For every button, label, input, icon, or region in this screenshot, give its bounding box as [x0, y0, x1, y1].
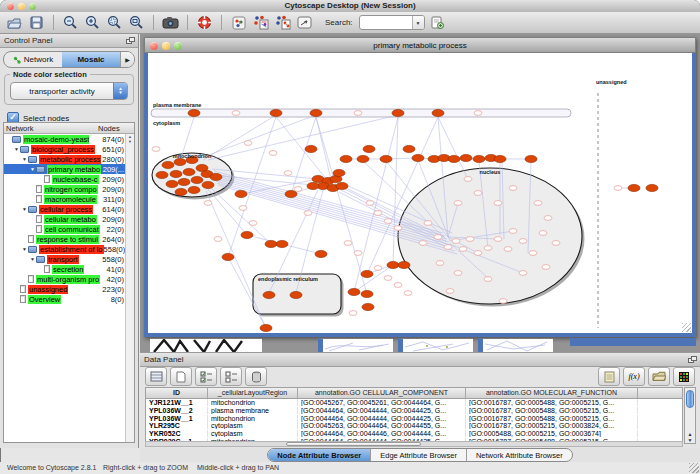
- network-node-small[interactable]: [452, 239, 460, 244]
- network-edge[interactable]: [393, 117, 398, 265]
- network-edge[interactable]: [182, 117, 194, 155]
- network-node-small[interactable]: [249, 221, 257, 226]
- search-input[interactable]: [360, 16, 412, 29]
- search-dropdown-arrow-icon[interactable]: ▼: [412, 16, 424, 29]
- tree-row[interactable]: Overview8(0): [4, 294, 126, 304]
- tree-row[interactable]: ▼establishment of lo558(0): [4, 244, 126, 254]
- table-row[interactable]: YKR052Ccytoplasm[GO:0044464, GO:0044446,…: [146, 430, 682, 438]
- network-node[interactable]: [448, 155, 460, 162]
- network-node-small[interactable]: [152, 147, 160, 152]
- network-node[interactable]: [333, 169, 345, 176]
- network-node-small[interactable]: [484, 246, 492, 251]
- network-node[interactable]: [340, 155, 352, 162]
- table-row[interactable]: YLR295Ccytoplasm[GO:0045263, GO:0044464,…: [146, 422, 682, 430]
- network-node[interactable]: [183, 168, 195, 175]
- network-node-small[interactable]: [474, 111, 482, 116]
- network-node[interactable]: [276, 240, 288, 247]
- network-node-small[interactable]: [519, 271, 527, 276]
- network-node[interactable]: [525, 155, 537, 162]
- table-vertical-scrollbar[interactable]: ▲▼: [684, 387, 696, 444]
- network-view-window[interactable]: primary metabolic process plasma membran…: [144, 37, 696, 337]
- tab-node-attribute-browser[interactable]: Node Attribute Browser: [268, 449, 371, 461]
- network-edge[interactable]: [198, 115, 316, 159]
- col-molecular-function[interactable]: annotation.GO MOLECULAR_FUNCTION: [466, 388, 638, 398]
- network-node[interactable]: [412, 154, 424, 161]
- node-color-dropdown[interactable]: transporter activity ▲▼: [10, 82, 128, 100]
- network-node[interactable]: [336, 182, 348, 189]
- network-node[interactable]: [162, 161, 174, 168]
- network-node[interactable]: [265, 240, 277, 247]
- table-cell[interactable]: cytoplasm: [208, 430, 298, 437]
- network-node[interactable]: [260, 324, 272, 331]
- table-cell[interactable]: [GO:0005488, GO:0005215, GO:0003674]: [466, 430, 638, 437]
- table-horizontal-scrollbar[interactable]: [145, 441, 683, 447]
- network-node[interactable]: [175, 188, 187, 195]
- tree-row[interactable]: macromolecule311(0): [4, 194, 126, 204]
- create-attribute-button[interactable]: [170, 367, 192, 386]
- expander-icon[interactable]: ▼: [13, 146, 20, 152]
- tree-row-label[interactable]: cell communicat: [44, 225, 100, 234]
- network-node-small[interactable]: [466, 237, 474, 242]
- delete-attribute-button[interactable]: [245, 367, 267, 386]
- tree-row[interactable]: ▼primary metabo209(...: [4, 164, 126, 174]
- network-node[interactable]: [403, 145, 415, 152]
- network-node[interactable]: [210, 173, 222, 180]
- zoom-fit-button[interactable]: [127, 13, 146, 32]
- float-panel-icon[interactable]: [126, 37, 134, 44]
- notes-button[interactable]: [598, 367, 620, 386]
- mosaic-region-button[interactable]: [229, 13, 248, 32]
- network-node-small[interactable]: [344, 241, 352, 246]
- table-cell[interactable]: plasma membrane: [208, 407, 298, 414]
- tree-row[interactable]: ▼metabolic process280(0): [4, 154, 126, 164]
- tree-row[interactable]: ▼cellular process614(0): [4, 204, 126, 214]
- background-window-fragment[interactable]: [318, 338, 393, 352]
- tree-row[interactable]: ▼transport558(0): [4, 254, 126, 264]
- tree-row-label[interactable]: unassigned: [28, 285, 68, 294]
- tree-row[interactable]: nitrogen compo209(0): [4, 184, 126, 194]
- expander-icon[interactable]: ▼: [29, 256, 36, 262]
- network-node-small[interactable]: [374, 211, 382, 216]
- network-edge[interactable]: [316, 117, 367, 294]
- tree-row[interactable]: secretion41(0): [4, 264, 126, 274]
- formula-button[interactable]: f(x): [623, 367, 645, 386]
- network-node[interactable]: [361, 290, 373, 297]
- network-node-small[interactable]: [394, 226, 402, 231]
- network-node-small[interactable]: [484, 277, 492, 282]
- save-button[interactable]: [27, 13, 46, 32]
- network-node[interactable]: [166, 180, 178, 187]
- network-node[interactable]: [460, 154, 472, 161]
- network-node-small[interactable]: [519, 239, 527, 244]
- attribute-grid-button[interactable]: [145, 367, 167, 386]
- expander-icon[interactable]: ▼: [21, 206, 28, 212]
- network-node-small[interactable]: [244, 141, 252, 146]
- network-node[interactable]: [178, 178, 190, 185]
- network-canvas[interactable]: plasma membranecytoplasmmitochondrionnuc…: [148, 53, 692, 333]
- search-options-button[interactable]: [428, 13, 447, 32]
- network-node[interactable]: [222, 253, 234, 260]
- snapshot-button[interactable]: [161, 13, 180, 32]
- table-cell[interactable]: [GO:0016787, GO:0005488, GO:0005215, G..…: [466, 399, 638, 406]
- tree-col-nodes[interactable]: Nodes: [98, 124, 132, 133]
- network-node[interactable]: [174, 158, 186, 165]
- tab-network[interactable]: Network: [4, 52, 62, 67]
- network-node[interactable]: [363, 145, 375, 152]
- network-node-small[interactable]: [436, 261, 444, 266]
- table-cell[interactable]: [GO:0016787, GO:0005488, GO:0005215, G..…: [466, 415, 638, 422]
- network-node[interactable]: [188, 186, 200, 193]
- network-node-small[interactable]: [534, 201, 542, 206]
- table-cell[interactable]: [GO:0045263, GO:0044464, GO:0044455, G..…: [298, 422, 466, 429]
- network-node-small[interactable]: [349, 311, 357, 316]
- zoom-window-icon[interactable]: [29, 3, 36, 10]
- network-node-small[interactable]: [494, 201, 502, 206]
- network-node-small[interactable]: [474, 191, 482, 196]
- network-node[interactable]: [191, 176, 203, 183]
- region-nucleus[interactable]: [398, 168, 582, 304]
- tree-row-label[interactable]: macromolecule: [44, 195, 97, 204]
- help-button[interactable]: [195, 13, 214, 32]
- network-node-small[interactable]: [544, 216, 552, 221]
- network-node-small[interactable]: [499, 299, 507, 304]
- network-node[interactable]: [494, 155, 506, 162]
- resize-grip-icon[interactable]: [682, 323, 691, 332]
- network-node-small[interactable]: [529, 251, 537, 256]
- network-node-small[interactable]: [404, 291, 412, 296]
